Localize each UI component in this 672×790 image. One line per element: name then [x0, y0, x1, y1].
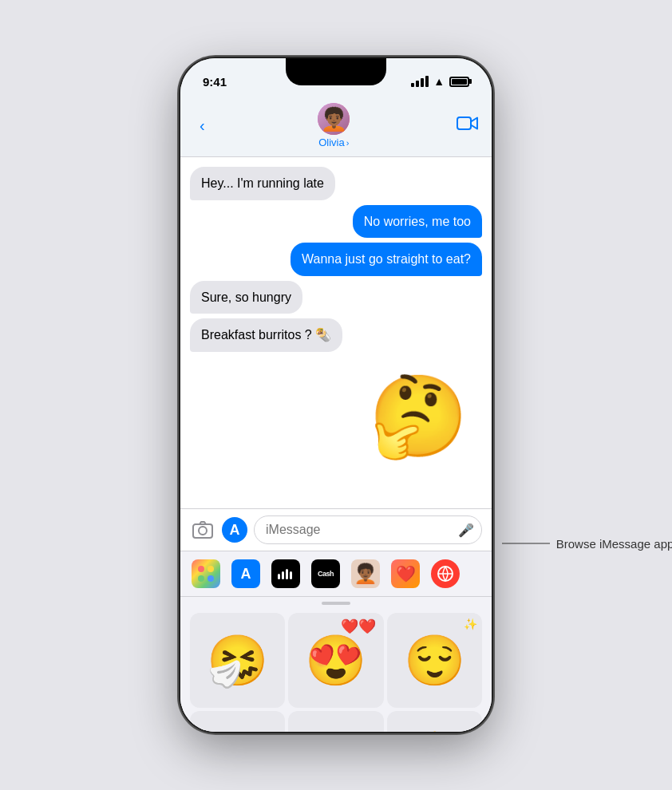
svg-rect-10: [290, 571, 292, 579]
message-row-4: Sure, so hungry: [190, 281, 482, 314]
tray-cash-button[interactable]: Cash: [311, 559, 340, 588]
memoji-cell-6[interactable]: 🤴🏾: [387, 711, 482, 732]
browse-icon: [437, 565, 454, 583]
bubble-incoming-5[interactable]: Breakfast burritos ? 🌯: [190, 318, 342, 352]
memoji-grid: 🤧 😍 ❤️❤️ 😌 ✨ 🤔 🥱: [180, 606, 492, 732]
phone-frame: 9:41 ▲ ‹ 🧑🏾‍🦱: [180, 58, 492, 732]
signal-bar-1: [411, 83, 414, 87]
memoji-6-icon: 🤴🏾: [404, 730, 465, 732]
avatar: 🧑🏾‍🦱: [318, 103, 350, 135]
annotation: Browse iMessage apps.: [502, 536, 672, 550]
wifi-icon: ▲: [433, 75, 445, 88]
memoji-5-icon: 🥱: [305, 730, 366, 732]
battery-fill: [452, 79, 467, 85]
svg-rect-7: [278, 574, 280, 579]
tray-appstore-button[interactable]: A: [231, 559, 260, 588]
nav-bar: ‹ 🧑🏾‍🦱 Olivia ›: [180, 98, 492, 157]
app-tray-icons-row: A Cash 🧑🏾‍🦱: [180, 551, 492, 597]
svg-point-2: [199, 527, 207, 535]
tray-browse-button[interactable]: [431, 559, 460, 588]
soundbars-icon: [277, 568, 294, 579]
message-input-wrapper: 🎤: [254, 515, 482, 544]
video-call-button[interactable]: [457, 115, 479, 137]
tray-soundbars-button[interactable]: [271, 559, 300, 588]
svg-point-6: [208, 575, 214, 582]
svg-rect-9: [286, 569, 288, 579]
signal-bar-4: [425, 76, 429, 87]
memoji-emoji: 🤔: [369, 376, 468, 456]
signal-bar-2: [416, 81, 419, 87]
app-store-icon: A: [230, 522, 240, 539]
bubble-outgoing-3[interactable]: Wanna just go straight to eat?: [291, 243, 482, 276]
svg-point-4: [208, 566, 214, 572]
contact-chevron-icon: ›: [346, 138, 350, 148]
annotation-text: Browse iMessage apps.: [556, 536, 672, 550]
message-row-5: Breakfast burritos ? 🌯: [190, 318, 482, 352]
memoji-cell-5[interactable]: 🥱: [288, 711, 383, 732]
camera-icon: [192, 521, 213, 539]
tray-stickers-button[interactable]: ❤️: [391, 559, 420, 588]
svg-rect-0: [457, 117, 471, 129]
bubble-outgoing-2[interactable]: No worries, me too: [353, 205, 482, 239]
mic-button[interactable]: 🎤: [458, 523, 474, 538]
status-icons: ▲: [411, 75, 469, 88]
cash-icon: Cash: [318, 570, 334, 578]
app-tray: A Cash 🧑🏾‍🦱: [180, 551, 492, 732]
memoji-cell-2[interactable]: 😍 ❤️❤️: [288, 613, 383, 708]
signal-bars-icon: [411, 76, 429, 87]
memoji-3-icon: 😌: [404, 632, 465, 689]
message-row-3: Wanna just go straight to eat?: [190, 243, 482, 276]
memoji-4-icon: 🤔: [207, 730, 268, 732]
bubble-incoming-4[interactable]: Sure, so hungry: [190, 281, 302, 314]
camera-button[interactable]: [190, 517, 215, 543]
annotation-line: [502, 543, 550, 543]
memoji-cell-1[interactable]: 🤧: [190, 613, 285, 708]
svg-point-3: [198, 566, 204, 572]
memoji-1-icon: 🤧: [207, 632, 268, 689]
memoji-cell-4[interactable]: 🤔: [190, 711, 285, 732]
photos-icon: [197, 565, 215, 583]
message-row-1: Hey... I'm running late: [190, 167, 482, 200]
memoji-tray-icon: 🧑🏾‍🦱: [354, 563, 378, 585]
message-input[interactable]: [254, 515, 482, 544]
signal-bar-3: [421, 78, 424, 87]
appstore-tray-icon: A: [241, 566, 251, 583]
drag-handle: [322, 602, 350, 605]
memoji-sticker: 🤔: [362, 360, 474, 472]
memoji-cell-3[interactable]: 😌 ✨: [387, 613, 482, 708]
back-button[interactable]: ‹: [193, 113, 211, 138]
sparkle-decoration: ✨: [464, 618, 477, 630]
contact-header[interactable]: 🧑🏾‍🦱 Olivia ›: [318, 103, 350, 148]
svg-rect-8: [282, 571, 284, 579]
battery-icon: [449, 77, 469, 87]
app-store-button[interactable]: A: [222, 517, 247, 543]
contact-name-text: Olivia: [318, 136, 345, 148]
chat-area: Hey... I'm running late No worries, me t…: [180, 157, 492, 508]
status-time: 9:41: [203, 75, 227, 89]
memoji-2-icon: 😍: [305, 632, 366, 689]
stickers-icon: ❤️: [396, 564, 416, 583]
tray-photos-button[interactable]: [192, 559, 220, 588]
bubble-incoming-1[interactable]: Hey... I'm running late: [190, 167, 335, 200]
svg-point-5: [198, 575, 204, 582]
message-row-2: No worries, me too: [190, 205, 482, 239]
hearts-decoration: ❤️❤️: [341, 618, 376, 635]
message-input-area: A 🎤: [180, 508, 492, 551]
contact-name-label: Olivia ›: [318, 136, 349, 148]
tray-memoji-button[interactable]: 🧑🏾‍🦱: [351, 559, 380, 588]
video-icon: [457, 115, 479, 132]
memoji-sticker-row: 🤔: [190, 360, 482, 472]
notch: [286, 58, 386, 85]
